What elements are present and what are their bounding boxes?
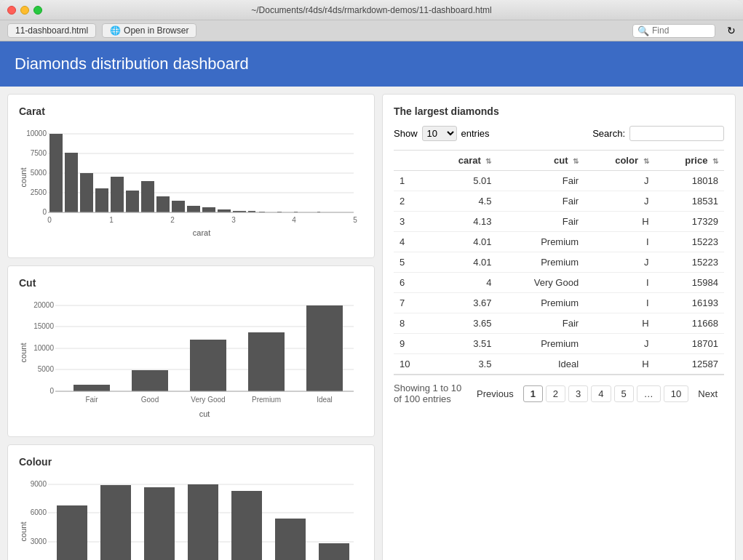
col-carat[interactable]: carat ⇅ [428, 151, 497, 171]
page-2-button[interactable]: 2 [546, 385, 565, 402]
svg-rect-14 [95, 188, 108, 212]
cell-carat: 4.13 [428, 212, 497, 232]
svg-rect-19 [172, 201, 185, 212]
svg-text:Fair: Fair [85, 396, 98, 404]
fullscreen-button[interactable] [33, 6, 42, 15]
cell-price: 18018 [655, 171, 724, 191]
cell-carat: 3.65 [428, 313, 497, 334]
cell-carat: 4.01 [428, 232, 497, 252]
cell-row: 1 [394, 171, 428, 191]
entries-label: entries [461, 128, 490, 139]
col-row [394, 151, 428, 171]
svg-rect-69 [57, 505, 87, 560]
svg-rect-52 [306, 305, 343, 391]
table-row: 7 3.67 Premium I 16193 [394, 293, 724, 313]
table-row: 8 3.65 Fair H 11668 [394, 313, 724, 334]
file-tab[interactable]: 11-dashboard.html [7, 23, 96, 38]
svg-text:15000: 15000 [33, 322, 54, 330]
cell-carat: 3.67 [428, 293, 497, 313]
svg-text:Good: Good [141, 396, 159, 404]
open-in-browser-button[interactable]: 🌐 Open in Browser [102, 23, 196, 38]
table-body: 1 5.01 Fair J 18018 2 4.5 Fair J 18531 3… [394, 171, 724, 375]
search-icon: 🔍 [637, 25, 649, 36]
cell-color: J [584, 191, 654, 212]
page-5-button[interactable]: 5 [614, 385, 634, 402]
cell-price: 12587 [655, 354, 724, 375]
table-controls: Show 10 25 50 100 entries Search: [394, 126, 724, 141]
page-3-button[interactable]: 3 [568, 385, 588, 402]
table-row: 10 3.5 Ideal H 12587 [394, 354, 724, 375]
table-row: 4 4.01 Premium I 15223 [394, 232, 724, 252]
cell-cut: Premium [497, 232, 584, 252]
cell-cut: Fair [497, 212, 584, 232]
svg-text:0: 0 [42, 208, 47, 216]
table-header-row: carat ⇅ cut ⇅ color ⇅ price ⇅ [394, 151, 724, 171]
page-4-button[interactable]: 4 [591, 385, 611, 402]
cell-color: H [584, 212, 654, 232]
colour-chart-card: Colour 9000 6000 3000 0 count [7, 444, 375, 560]
cell-price: 11668 [655, 313, 724, 334]
cell-row: 9 [394, 334, 428, 354]
svg-rect-51 [248, 332, 285, 391]
svg-text:3: 3 [231, 216, 236, 224]
cell-cut: Fair [497, 171, 584, 191]
close-button[interactable] [7, 6, 16, 15]
cell-cut: Fair [497, 191, 584, 212]
svg-text:5: 5 [353, 216, 357, 224]
cell-price: 15223 [655, 252, 724, 273]
minimize-button[interactable] [20, 6, 29, 15]
svg-text:20000: 20000 [33, 301, 54, 309]
next-button[interactable]: Next [691, 386, 724, 401]
cell-price: 18701 [655, 334, 724, 354]
cell-row: 8 [394, 313, 428, 334]
page-10-button[interactable]: 10 [664, 385, 688, 402]
cell-cut: Premium [497, 293, 584, 313]
table-row: 9 3.51 Premium J 18701 [394, 334, 724, 354]
svg-rect-21 [202, 207, 215, 212]
cell-cut: Fair [497, 313, 584, 334]
cell-carat: 4.01 [428, 252, 497, 273]
svg-text:10000: 10000 [33, 344, 54, 352]
cell-carat: 4 [428, 273, 497, 293]
svg-rect-75 [319, 543, 349, 560]
left-panel: Carat 10000 7500 5000 2500 0 count [7, 94, 375, 560]
tab-bar: 11-dashboard.html 🌐 Open in Browser 🔍 ↻ [0, 20, 743, 41]
find-input[interactable] [652, 25, 710, 36]
svg-rect-11 [49, 134, 63, 212]
traffic-lights [7, 6, 42, 15]
svg-text:Very Good: Very Good [191, 396, 225, 404]
svg-text:5000: 5000 [31, 169, 47, 177]
col-color[interactable]: color ⇅ [584, 151, 654, 171]
cell-color: I [584, 232, 654, 252]
refresh-button[interactable]: ↻ [727, 25, 736, 36]
cell-color: J [584, 171, 654, 191]
cell-carat: 4.5 [428, 191, 497, 212]
col-cut[interactable]: cut ⇅ [497, 151, 584, 171]
search-input[interactable] [629, 126, 724, 141]
find-bar[interactable]: 🔍 [632, 24, 715, 38]
carat-chart-title: Carat [19, 105, 363, 117]
previous-button[interactable]: Previous [470, 386, 520, 401]
page-1-button[interactable]: 1 [523, 385, 543, 402]
search-control: Search: [592, 126, 724, 141]
svg-text:count: count [19, 168, 28, 188]
svg-text:Ideal: Ideal [317, 396, 333, 404]
cell-row: 7 [394, 293, 428, 313]
cell-cut: Premium [497, 252, 584, 273]
cell-cut: Premium [497, 334, 584, 354]
entries-select[interactable]: 10 25 50 100 [422, 126, 457, 141]
footer-text: Showing 1 to 10 of 100 entries [394, 383, 470, 404]
svg-text:6000: 6000 [31, 508, 47, 516]
cell-carat: 3.5 [428, 354, 497, 375]
diamonds-table: carat ⇅ cut ⇅ color ⇅ price ⇅ 1 5.01 Fai… [394, 150, 724, 375]
cell-row: 10 [394, 354, 428, 375]
svg-rect-74 [275, 519, 306, 560]
svg-rect-49 [132, 370, 168, 391]
cell-row: 4 [394, 232, 428, 252]
table-footer: Showing 1 to 10 of 100 entries Previous … [394, 383, 724, 404]
svg-rect-71 [144, 487, 175, 560]
window-title: ~/Documents/r4ds/r4ds/rmarkdown-demos/11… [251, 5, 491, 15]
svg-rect-50 [190, 340, 226, 391]
col-price[interactable]: price ⇅ [655, 151, 724, 171]
colour-chart: 9000 6000 3000 0 count [19, 473, 361, 560]
